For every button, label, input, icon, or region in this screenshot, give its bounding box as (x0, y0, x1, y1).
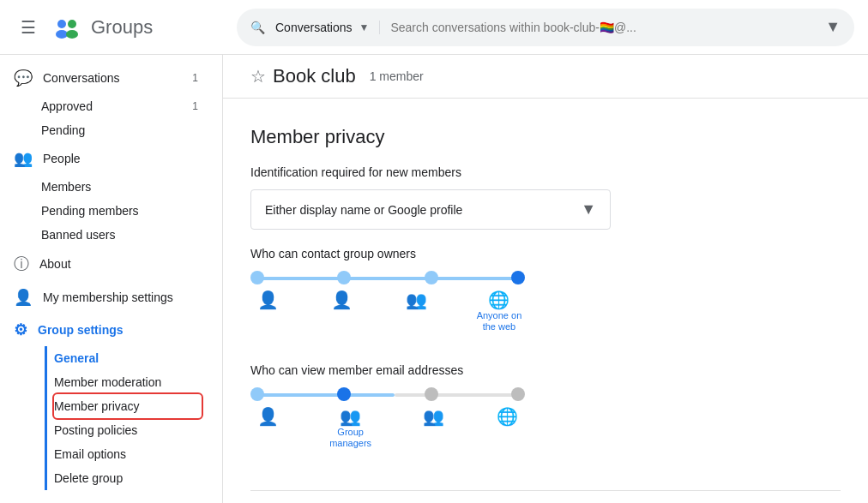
contact-anyone-label: Anyone onthe web (477, 310, 522, 332)
who-can-contact-label: Who can contact group owners (250, 247, 841, 260)
email-people-icon: 👥 (423, 406, 444, 427)
contact-dot-4 (511, 271, 525, 284)
email-icon-4-wrap: 🌐 (491, 406, 525, 449)
members-label: Members (41, 180, 91, 194)
sidebar-item-approved[interactable]: Approved 1 (41, 94, 212, 118)
contact-dot-1 (250, 271, 264, 284)
email-dot-4 (511, 387, 525, 401)
svg-point-3 (66, 30, 78, 39)
identification-section: Identification required for new members … (250, 165, 841, 230)
contact-slider-wrap: 👤 👤 👥 🌐 Anyone onthe web (250, 271, 525, 322)
people-label: People (43, 152, 81, 165)
sidebar-item-group-settings[interactable]: ⚙ Group settings (0, 314, 212, 346)
group-settings-icon: ⚙ (14, 320, 27, 339)
email-slider-wrap: 👤 👥 Groupmanagers 👥 🌐 (250, 387, 525, 439)
bottom-divider (250, 490, 841, 491)
general-label: General (54, 351, 99, 365)
search-input[interactable] (390, 21, 818, 34)
page-title: Member privacy (250, 126, 841, 148)
contact-icon-4-wrap: 🌐 Anyone onthe web (473, 290, 525, 332)
group-settings-label: Group settings (38, 323, 124, 337)
member-privacy-label: Member privacy (54, 399, 140, 413)
svg-point-1 (68, 20, 76, 28)
topbar: ☰ Groups 🔍 Conversations ▼ ▼ (0, 0, 868, 55)
search-type-dropdown-icon: ▼ (359, 21, 370, 33)
content-inner: Member privacy Identification required f… (223, 99, 868, 503)
logo-text: Groups (91, 16, 153, 39)
sidebar-item-banned-users[interactable]: Banned users (41, 223, 212, 247)
search-bar: 🔍 Conversations ▼ ▼ (237, 9, 854, 46)
email-icon-3-wrap: 👥 (416, 406, 450, 449)
email-managers-icon: 👥 (340, 406, 361, 427)
sidebar-item-member-privacy[interactable]: Member privacy (54, 394, 202, 418)
content: ☆ Book club 1 member Member privacy Iden… (223, 55, 868, 503)
sidebar-item-delete-group[interactable]: Delete group (54, 466, 202, 490)
approved-label: Approved (41, 99, 93, 113)
contact-dot-2 (337, 271, 351, 284)
search-icon: 🔍 (250, 21, 265, 34)
search-input-wrap (380, 21, 818, 34)
svg-point-0 (57, 20, 66, 28)
sidebar-item-member-moderation[interactable]: Member moderation (54, 370, 202, 394)
hamburger-icon[interactable]: ☰ (14, 10, 43, 45)
people-sub: Members Pending members Banned users (0, 175, 222, 247)
sidebar-item-pending-members[interactable]: Pending members (41, 199, 212, 223)
group-header: ☆ Book club 1 member (223, 55, 868, 99)
star-icon[interactable]: ☆ (250, 66, 266, 87)
member-moderation-label: Member moderation (54, 375, 161, 389)
email-icon-2-wrap: 👥 Groupmanagers (325, 406, 377, 449)
about-icon: ⓘ (14, 254, 29, 274)
email-globe-icon: 🌐 (497, 406, 518, 427)
search-type-select[interactable]: 🔍 Conversations ▼ (250, 21, 380, 34)
email-dot-3 (425, 387, 438, 401)
sidebar-item-people[interactable]: 👥 People (0, 142, 212, 175)
group-settings-sub: General Member moderation Member privacy… (0, 346, 212, 490)
sidebar-item-my-membership[interactable]: 👤 My membership settings (0, 281, 212, 314)
posting-policies-label: Posting policies (54, 423, 137, 437)
sidebar-item-pending[interactable]: Pending (41, 118, 212, 142)
email-dots-row (250, 387, 525, 401)
contact-globe-icon: 🌐 (488, 290, 509, 310)
sidebar-item-email-options[interactable]: Email options (54, 442, 202, 466)
member-count: 1 member (370, 69, 424, 83)
conversations-icon: 💬 (14, 69, 33, 87)
about-label: About (39, 257, 71, 271)
sidebar: 💬 Conversations 1 Approved 1 Pending 👥 P… (0, 55, 223, 503)
sidebar-item-members[interactable]: Members (41, 175, 212, 199)
email-icon-1-wrap: 👤 (250, 406, 285, 449)
conversations-badge: 1 (192, 72, 198, 84)
sidebar-item-about[interactable]: ⓘ About (0, 247, 212, 281)
pending-members-label: Pending members (41, 204, 139, 218)
group-title: Book club (273, 65, 356, 87)
contact-icon-2-wrap: 👤 (325, 290, 359, 332)
contact-dots-row (250, 271, 525, 284)
dropdown-caret-icon: ▼ (581, 201, 596, 219)
banned-users-label: Banned users (41, 228, 115, 242)
sidebar-item-conversations[interactable]: 💬 Conversations 1 (0, 62, 212, 94)
contact-dot-3 (425, 271, 438, 284)
who-can-contact-section: Who can contact group owners 👤 (250, 247, 841, 322)
search-dropdown-icon[interactable]: ▼ (825, 18, 841, 36)
email-managers-label: Groupmanagers (329, 427, 371, 449)
sidebar-item-posting-policies[interactable]: Posting policies (54, 418, 202, 442)
approved-badge: 1 (192, 100, 198, 112)
who-can-view-email-section: Who can view member email addresses (250, 363, 841, 439)
people-icon: 👥 (14, 149, 33, 168)
who-can-view-email-label: Who can view member email addresses (250, 363, 841, 377)
delete-group-label: Delete group (54, 471, 123, 485)
contact-icons-row: 👤 👤 👥 🌐 Anyone onthe web (250, 290, 525, 332)
contact-icon-1-wrap: 👤 (250, 290, 285, 332)
identification-value: Either display name or Google profile (265, 203, 462, 217)
groups-logo (50, 10, 84, 45)
email-options-label: Email options (54, 447, 126, 461)
identification-dropdown[interactable]: Either display name or Google profile ▼ (250, 189, 611, 230)
contact-people-icon: 👥 (406, 290, 427, 310)
sidebar-item-general[interactable]: General (54, 346, 202, 370)
my-membership-label: My membership settings (43, 290, 173, 304)
email-person-icon-1: 👤 (257, 406, 279, 427)
email-dot-1 (250, 387, 264, 401)
main-layout: 💬 Conversations 1 Approved 1 Pending 👥 P… (0, 55, 868, 503)
contact-person-icon-1: 👤 (257, 290, 279, 310)
email-dot-2 (337, 387, 351, 401)
svg-point-2 (56, 30, 68, 39)
